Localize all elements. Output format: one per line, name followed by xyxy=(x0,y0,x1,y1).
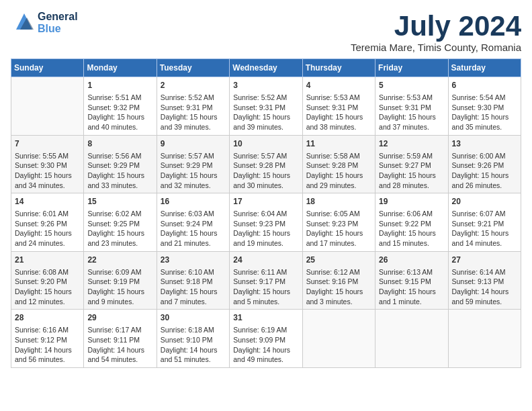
day-number: 3 xyxy=(233,80,298,91)
cell-info: Sunrise: 5:53 AMSunset: 9:31 PMDaylight:… xyxy=(306,93,371,132)
day-number: 19 xyxy=(379,196,444,208)
cell-info: Sunrise: 5:54 AMSunset: 9:30 PMDaylight:… xyxy=(452,93,517,132)
calendar-cell: 1Sunrise: 5:51 AMSunset: 9:32 PMDaylight… xyxy=(84,77,157,136)
month-title: July 2024 xyxy=(351,11,521,42)
calendar-cell: 19Sunrise: 6:06 AMSunset: 9:22 PMDayligh… xyxy=(375,193,448,252)
col-header-tuesday: Tuesday xyxy=(157,59,229,77)
calendar-cell: 22Sunrise: 6:09 AMSunset: 9:19 PMDayligh… xyxy=(84,251,157,310)
day-number: 1 xyxy=(87,80,152,91)
day-number: 23 xyxy=(161,255,226,266)
cell-info: Sunrise: 5:55 AMSunset: 9:30 PMDaylight:… xyxy=(15,151,80,191)
day-number: 26 xyxy=(379,255,444,266)
day-number: 18 xyxy=(306,196,371,208)
day-number: 15 xyxy=(87,196,152,208)
day-number: 10 xyxy=(233,138,298,150)
day-number: 25 xyxy=(306,255,371,266)
calendar-cell: 18Sunrise: 6:05 AMSunset: 9:23 PMDayligh… xyxy=(302,193,375,252)
day-number: 20 xyxy=(452,196,517,208)
day-number: 16 xyxy=(161,196,226,208)
logo-text: General Blue xyxy=(38,11,78,35)
col-header-sunday: Sunday xyxy=(11,59,84,77)
calendar-cell: 30Sunrise: 6:18 AMSunset: 9:10 PMDayligh… xyxy=(157,310,229,368)
cell-info: Sunrise: 6:07 AMSunset: 9:21 PMDaylight:… xyxy=(452,209,517,248)
cell-info: Sunrise: 5:57 AMSunset: 9:29 PMDaylight:… xyxy=(161,151,226,191)
calendar-cell: 28Sunrise: 6:16 AMSunset: 9:12 PMDayligh… xyxy=(11,310,84,368)
calendar-cell: 9Sunrise: 5:57 AMSunset: 9:29 PMDaylight… xyxy=(157,135,229,193)
day-number: 11 xyxy=(306,138,371,150)
logo-icon xyxy=(11,11,35,35)
day-number: 4 xyxy=(306,80,371,91)
calendar-cell: 3Sunrise: 5:52 AMSunset: 9:31 PMDaylight… xyxy=(230,77,302,136)
calendar-cell: 16Sunrise: 6:03 AMSunset: 9:24 PMDayligh… xyxy=(157,193,229,252)
cell-info: Sunrise: 6:01 AMSunset: 9:26 PMDaylight:… xyxy=(15,209,80,248)
cell-info: Sunrise: 6:06 AMSunset: 9:22 PMDaylight:… xyxy=(379,209,444,248)
day-number: 31 xyxy=(233,312,298,324)
cell-info: Sunrise: 6:18 AMSunset: 9:10 PMDaylight:… xyxy=(161,325,226,365)
cell-info: Sunrise: 6:12 AMSunset: 9:16 PMDaylight:… xyxy=(306,267,371,307)
day-number: 29 xyxy=(87,312,152,324)
calendar-cell xyxy=(11,77,84,136)
col-header-wednesday: Wednesday xyxy=(230,59,302,77)
calendar-cell: 15Sunrise: 6:02 AMSunset: 9:25 PMDayligh… xyxy=(84,193,157,252)
cell-info: Sunrise: 6:14 AMSunset: 9:13 PMDaylight:… xyxy=(452,267,517,307)
cell-info: Sunrise: 6:04 AMSunset: 9:23 PMDaylight:… xyxy=(233,209,298,248)
calendar-cell: 25Sunrise: 6:12 AMSunset: 9:16 PMDayligh… xyxy=(302,251,375,310)
calendar-cell: 21Sunrise: 6:08 AMSunset: 9:20 PMDayligh… xyxy=(11,251,84,310)
day-number: 30 xyxy=(161,312,226,324)
cell-info: Sunrise: 5:59 AMSunset: 9:27 PMDaylight:… xyxy=(379,151,444,191)
calendar-cell: 11Sunrise: 5:58 AMSunset: 9:28 PMDayligh… xyxy=(302,135,375,193)
calendar-cell: 8Sunrise: 5:56 AMSunset: 9:29 PMDaylight… xyxy=(84,135,157,193)
day-number: 12 xyxy=(379,138,444,150)
day-number: 9 xyxy=(161,138,226,150)
cell-info: Sunrise: 6:03 AMSunset: 9:24 PMDaylight:… xyxy=(161,209,226,248)
calendar-cell: 14Sunrise: 6:01 AMSunset: 9:26 PMDayligh… xyxy=(11,193,84,252)
day-number: 21 xyxy=(15,255,80,266)
location-title: Teremia Mare, Timis County, Romania xyxy=(351,42,521,53)
calendar-cell: 20Sunrise: 6:07 AMSunset: 9:21 PMDayligh… xyxy=(448,193,521,252)
day-number: 27 xyxy=(452,255,517,266)
title-block: July 2024 Teremia Mare, Timis County, Ro… xyxy=(351,11,521,53)
cell-info: Sunrise: 5:52 AMSunset: 9:31 PMDaylight:… xyxy=(161,93,226,132)
day-number: 5 xyxy=(379,80,444,91)
col-header-monday: Monday xyxy=(84,59,157,77)
cell-info: Sunrise: 6:08 AMSunset: 9:20 PMDaylight:… xyxy=(15,267,80,307)
cell-info: Sunrise: 6:09 AMSunset: 9:19 PMDaylight:… xyxy=(87,267,152,307)
cell-info: Sunrise: 6:05 AMSunset: 9:23 PMDaylight:… xyxy=(306,209,371,248)
cell-info: Sunrise: 6:13 AMSunset: 9:15 PMDaylight:… xyxy=(379,267,444,307)
calendar-table: SundayMondayTuesdayWednesdayThursdayFrid… xyxy=(11,58,521,368)
calendar-cell: 23Sunrise: 6:10 AMSunset: 9:18 PMDayligh… xyxy=(157,251,229,310)
cell-info: Sunrise: 6:00 AMSunset: 9:26 PMDaylight:… xyxy=(452,151,517,191)
calendar-cell xyxy=(375,310,448,368)
calendar-cell: 5Sunrise: 5:53 AMSunset: 9:31 PMDaylight… xyxy=(375,77,448,136)
day-number: 22 xyxy=(87,255,152,266)
calendar-cell: 27Sunrise: 6:14 AMSunset: 9:13 PMDayligh… xyxy=(448,251,521,310)
calendar-cell: 13Sunrise: 6:00 AMSunset: 9:26 PMDayligh… xyxy=(448,135,521,193)
calendar-cell xyxy=(448,310,521,368)
day-number: 24 xyxy=(233,255,298,266)
cell-info: Sunrise: 5:58 AMSunset: 9:28 PMDaylight:… xyxy=(306,151,371,191)
col-header-friday: Friday xyxy=(375,59,448,77)
calendar-cell: 24Sunrise: 6:11 AMSunset: 9:17 PMDayligh… xyxy=(230,251,302,310)
col-header-thursday: Thursday xyxy=(302,59,375,77)
calendar-cell: 29Sunrise: 6:17 AMSunset: 9:11 PMDayligh… xyxy=(84,310,157,368)
calendar-cell: 2Sunrise: 5:52 AMSunset: 9:31 PMDaylight… xyxy=(157,77,229,136)
day-number: 6 xyxy=(452,80,517,91)
page-header: General Blue July 2024 Teremia Mare, Tim… xyxy=(11,11,521,53)
cell-info: Sunrise: 6:10 AMSunset: 9:18 PMDaylight:… xyxy=(161,267,226,307)
calendar-cell: 7Sunrise: 5:55 AMSunset: 9:30 PMDaylight… xyxy=(11,135,84,193)
calendar-cell: 12Sunrise: 5:59 AMSunset: 9:27 PMDayligh… xyxy=(375,135,448,193)
calendar-cell: 10Sunrise: 5:57 AMSunset: 9:28 PMDayligh… xyxy=(230,135,302,193)
day-number: 7 xyxy=(15,138,80,150)
calendar-cell: 26Sunrise: 6:13 AMSunset: 9:15 PMDayligh… xyxy=(375,251,448,310)
calendar-cell: 31Sunrise: 6:19 AMSunset: 9:09 PMDayligh… xyxy=(230,310,302,368)
cell-info: Sunrise: 6:16 AMSunset: 9:12 PMDaylight:… xyxy=(15,325,80,365)
cell-info: Sunrise: 6:17 AMSunset: 9:11 PMDaylight:… xyxy=(87,325,152,365)
day-number: 17 xyxy=(233,196,298,208)
logo: General Blue xyxy=(11,11,78,35)
cell-info: Sunrise: 5:56 AMSunset: 9:29 PMDaylight:… xyxy=(87,151,152,191)
calendar-cell: 17Sunrise: 6:04 AMSunset: 9:23 PMDayligh… xyxy=(230,193,302,252)
day-number: 13 xyxy=(452,138,517,150)
calendar-cell: 4Sunrise: 5:53 AMSunset: 9:31 PMDaylight… xyxy=(302,77,375,136)
cell-info: Sunrise: 6:19 AMSunset: 9:09 PMDaylight:… xyxy=(233,325,298,365)
calendar-cell xyxy=(302,310,375,368)
